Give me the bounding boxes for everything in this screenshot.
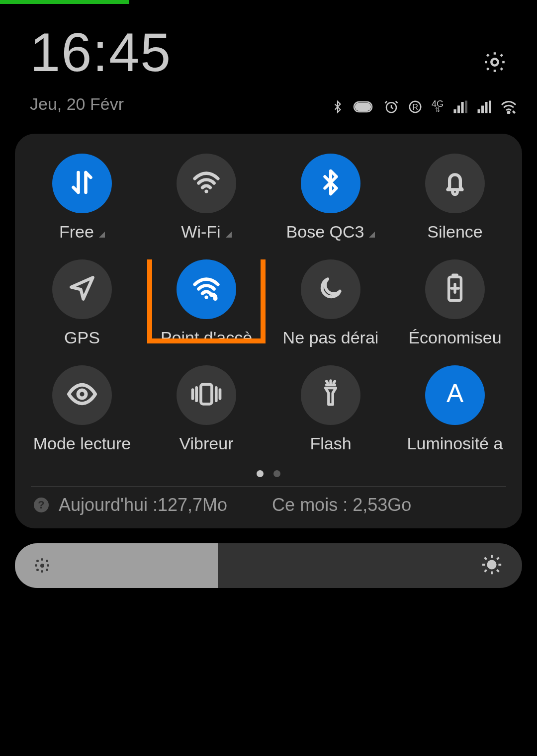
battery-saver-toggle-circle[interactable] [425, 259, 485, 319]
svg-point-8 [204, 295, 208, 299]
wifi-toggle-circle[interactable] [177, 154, 236, 213]
hotspot-toggle-circle[interactable] [177, 259, 236, 319]
qs-tile-mobile-data[interactable]: Free [20, 154, 144, 242]
page-dot-1 [257, 470, 264, 477]
svg-rect-11 [201, 384, 212, 404]
mobile-data-label: Free [59, 222, 94, 242]
wifi-icon [191, 167, 222, 200]
qs-tile-hotspot[interactable]: Point d'accè [144, 259, 268, 347]
qs-tile-read-mode[interactable]: Mode lecture [20, 365, 144, 453]
help-icon: ? [34, 498, 49, 512]
svg-point-6 [508, 111, 510, 113]
eye-icon [66, 382, 98, 408]
settings-button[interactable] [482, 50, 507, 77]
svg-text:R: R [412, 102, 418, 111]
qs-tile-bluetooth[interactable]: Bose QC3 [268, 154, 393, 242]
svg-point-10 [78, 390, 86, 398]
flashlight-icon [318, 378, 343, 412]
svg-point-13 [488, 561, 495, 568]
auto-a-icon: A [441, 380, 469, 410]
clock-date: Jeu, 20 Févr [30, 94, 172, 114]
svg-text:A: A [447, 380, 464, 408]
silence-label: Silence [427, 222, 483, 242]
expand-chevron-icon[interactable] [226, 232, 232, 238]
battery-plus-icon [443, 273, 467, 306]
expand-chevron-icon[interactable] [99, 232, 105, 238]
read-mode-label: Mode lecture [33, 434, 131, 453]
qs-tile-vibrate[interactable]: Vibreur [144, 365, 268, 453]
gps-toggle-circle[interactable] [52, 259, 112, 319]
signal-sim1-icon [452, 100, 467, 113]
data-usage-month: Ce mois : 2,53Go [272, 495, 411, 515]
gear-icon [482, 50, 507, 75]
alarm-status-icon [384, 99, 399, 114]
auto-brightness-label: Luminosité a [407, 434, 503, 453]
signal-sim2-icon [476, 100, 491, 113]
roaming-status-icon: R [408, 99, 423, 114]
brightness-low-icon [34, 557, 51, 574]
clock-time: 16:45 [30, 25, 172, 80]
vibrate-icon [190, 381, 223, 409]
svg-point-0 [491, 59, 498, 65]
brightness-slider[interactable] [15, 543, 522, 588]
data-usage-today: Aujourd'hui :127,7Mo [59, 495, 227, 515]
moon-icon [317, 274, 345, 304]
dnd-toggle-circle[interactable] [301, 259, 360, 319]
flash-label: Flash [310, 434, 351, 453]
svg-rect-2 [356, 103, 370, 110]
vibrate-label: Vibreur [179, 434, 234, 453]
data-arrows-icon [67, 168, 97, 199]
status-bar-icons: R 4G ⇅ [331, 99, 517, 114]
gps-label: GPS [64, 328, 100, 347]
flash-toggle-circle[interactable] [301, 365, 360, 425]
bluetooth-toggle-circle[interactable] [301, 154, 360, 213]
qs-tile-auto-brightness[interactable]: ALuminosité a [393, 365, 517, 453]
battery-saver-label: Économiseu [408, 328, 501, 347]
quick-settings-panel: FreeWi-FiBose QC3SilenceGPSPoint d'accèN… [15, 134, 522, 528]
bluetooth-icon [317, 168, 345, 198]
battery-status-icon [353, 101, 375, 113]
page-dot-2 [273, 470, 280, 477]
expand-chevron-icon[interactable] [369, 232, 375, 238]
qs-tile-silence[interactable]: Silence [393, 154, 517, 242]
network-type-label: 4G ⇅ [432, 101, 444, 113]
dnd-label: Ne pas dérai [283, 328, 379, 347]
hotspot-icon [191, 273, 222, 306]
auto-brightness-toggle-circle[interactable]: A [425, 365, 485, 425]
vibrate-toggle-circle[interactable] [177, 365, 236, 425]
wifi-status-icon [500, 100, 517, 114]
qs-tile-flash[interactable]: Flash [268, 365, 393, 453]
bell-icon [441, 168, 469, 199]
tiles-grid: FreeWi-FiBose QC3SilenceGPSPoint d'accèN… [20, 154, 517, 453]
brightness-high-icon [480, 553, 503, 578]
silence-toggle-circle[interactable] [425, 154, 485, 213]
bluetooth-status-icon [331, 99, 344, 114]
page-indicator[interactable] [20, 470, 517, 477]
qs-tile-battery-saver[interactable]: Économiseu [393, 259, 517, 347]
wifi-label: Wi-Fi [181, 222, 220, 242]
bluetooth-label: Bose QC3 [286, 222, 364, 242]
read-mode-toggle-circle[interactable] [52, 365, 112, 425]
qs-tile-dnd[interactable]: Ne pas dérai [268, 259, 393, 347]
location-icon [68, 274, 96, 305]
data-usage-row[interactable]: ? Aujourd'hui :127,7Mo Ce mois : 2,53Go [20, 487, 517, 519]
mobile-data-toggle-circle[interactable] [52, 154, 112, 213]
hotspot-label: Point d'accè [161, 328, 252, 347]
qs-tile-wifi[interactable]: Wi-Fi [144, 154, 268, 242]
qs-tile-gps[interactable]: GPS [20, 259, 144, 347]
svg-point-7 [204, 189, 208, 193]
